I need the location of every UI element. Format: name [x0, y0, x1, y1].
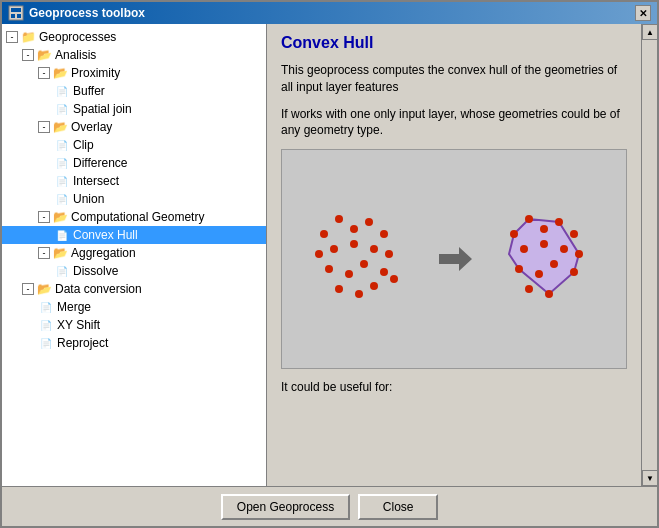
svg-point-25 [525, 215, 533, 223]
label-merge: Merge [57, 300, 91, 314]
label-xy-shift: XY Shift [57, 318, 100, 332]
toggle-computational[interactable]: - [38, 211, 50, 223]
svg-point-31 [560, 245, 568, 253]
tree-item-dissolve[interactable]: 📄 Dissolve [2, 262, 266, 280]
tree-item-data-conversion[interactable]: - 📂 Data conversion [2, 280, 266, 298]
label-analisis: Analisis [55, 48, 96, 62]
svg-point-17 [380, 268, 388, 276]
close-button[interactable]: Close [358, 494, 438, 520]
label-reproject: Reproject [57, 336, 108, 350]
svg-point-36 [570, 268, 578, 276]
folder-icon-proximity: 📂 [52, 65, 68, 81]
svg-point-10 [330, 245, 338, 253]
svg-point-21 [390, 275, 398, 283]
tree-item-reproject[interactable]: 📄 Reproject [2, 334, 266, 352]
main-content: - 📁 Geoprocesses - 📂 Analisis - 📂 Proxim… [2, 24, 657, 486]
label-data-conversion: Data conversion [55, 282, 142, 296]
svg-point-28 [570, 230, 578, 238]
svg-point-12 [370, 245, 378, 253]
toggle-overlay[interactable]: - [38, 121, 50, 133]
window-title: Geoprocess toolbox [29, 6, 145, 20]
tree-item-xy-shift[interactable]: 📄 XY Shift [2, 316, 266, 334]
tree-item-convex-hull[interactable]: 📄 Convex Hull [2, 226, 266, 244]
svg-point-30 [540, 240, 548, 248]
svg-rect-3 [17, 14, 21, 18]
svg-point-9 [315, 250, 323, 258]
tree-panel: - 📁 Geoprocesses - 📂 Analisis - 📂 Proxim… [2, 24, 267, 486]
label-union: Union [73, 192, 104, 206]
file-icon-xy-shift: 📄 [38, 317, 54, 333]
title-bar-left: Geoprocess toolbox [8, 5, 145, 21]
detail-desc1: This geoprocess computes the convex hull… [281, 62, 627, 96]
svg-point-37 [525, 285, 533, 293]
toggle-analisis[interactable]: - [22, 49, 34, 61]
file-icon-difference: 📄 [54, 155, 70, 171]
file-icon-reproject: 📄 [38, 335, 54, 351]
tree-item-union[interactable]: 📄 Union [2, 190, 266, 208]
tree-item-buffer[interactable]: 📄 Buffer [2, 82, 266, 100]
label-proximity: Proximity [71, 66, 120, 80]
svg-point-14 [325, 265, 333, 273]
title-bar: Geoprocess toolbox ✕ [2, 2, 657, 24]
right-scrollbar[interactable]: ▲ ▼ [641, 24, 657, 486]
label-spatial-join: Spatial join [73, 102, 132, 116]
open-geoprocess-button[interactable]: Open Geoprocess [221, 494, 350, 520]
file-icon-dissolve: 📄 [54, 263, 70, 279]
file-icon-intersect: 📄 [54, 173, 70, 189]
detail-title: Convex Hull [281, 34, 627, 52]
svg-point-11 [350, 240, 358, 248]
file-icon-merge: 📄 [38, 299, 54, 315]
folder-icon-data-conversion: 📂 [36, 281, 52, 297]
tree-item-aggregation[interactable]: - 📂 Aggregation [2, 244, 266, 262]
folder-icon-overlay: 📂 [52, 119, 68, 135]
file-icon-buffer: 📄 [54, 83, 70, 99]
svg-point-29 [520, 245, 528, 253]
svg-point-27 [555, 218, 563, 226]
svg-point-8 [380, 230, 388, 238]
detail-desc2: If works with one only input layer, whos… [281, 106, 627, 140]
svg-point-32 [575, 250, 583, 258]
tree-item-intersect[interactable]: 📄 Intersect [2, 172, 266, 190]
folder-icon-geoprocesses: 📁 [20, 29, 36, 45]
detail-panel: Convex Hull This geoprocess computes the… [267, 24, 641, 486]
scroll-down-button[interactable]: ▼ [642, 470, 657, 486]
tree-item-overlay[interactable]: - 📂 Overlay [2, 118, 266, 136]
svg-point-20 [370, 282, 378, 290]
bottom-bar: Open Geoprocess Close [2, 486, 657, 526]
file-icon-clip: 📄 [54, 137, 70, 153]
svg-point-38 [545, 290, 553, 298]
detail-footer: It could be useful for: [281, 379, 627, 396]
toggle-data-conversion[interactable]: - [22, 283, 34, 295]
window-icon [8, 5, 24, 21]
label-aggregation: Aggregation [71, 246, 136, 260]
toggle-proximity[interactable]: - [38, 67, 50, 79]
svg-marker-22 [439, 247, 472, 271]
svg-rect-1 [11, 8, 21, 12]
toggle-geoprocesses[interactable]: - [6, 31, 18, 43]
scroll-track [642, 40, 657, 470]
folder-icon-analisis: 📂 [36, 47, 52, 63]
close-window-button[interactable]: ✕ [635, 5, 651, 21]
svg-point-24 [510, 230, 518, 238]
dots-svg [304, 204, 414, 314]
label-overlay: Overlay [71, 120, 112, 134]
tree-item-proximity[interactable]: - 📂 Proximity [2, 64, 266, 82]
folder-icon-aggregation: 📂 [52, 245, 68, 261]
tree-item-spatial-join[interactable]: 📄 Spatial join [2, 100, 266, 118]
svg-point-19 [355, 290, 363, 298]
label-computational: Computational Geometry [71, 210, 204, 224]
svg-point-15 [345, 270, 353, 278]
tree-item-difference[interactable]: 📄 Difference [2, 154, 266, 172]
tree-item-merge[interactable]: 📄 Merge [2, 298, 266, 316]
svg-point-33 [515, 265, 523, 273]
label-convex-hull: Convex Hull [73, 228, 138, 242]
scroll-up-button[interactable]: ▲ [642, 24, 657, 40]
toggle-aggregation[interactable]: - [38, 247, 50, 259]
tree-item-geoprocesses[interactable]: - 📁 Geoprocesses [2, 28, 266, 46]
arrow-svg [434, 239, 474, 279]
svg-point-34 [535, 270, 543, 278]
tree-item-computational-geometry[interactable]: - 📂 Computational Geometry [2, 208, 266, 226]
tree-item-analisis[interactable]: - 📂 Analisis [2, 46, 266, 64]
label-geoprocesses: Geoprocesses [39, 30, 116, 44]
tree-item-clip[interactable]: 📄 Clip [2, 136, 266, 154]
